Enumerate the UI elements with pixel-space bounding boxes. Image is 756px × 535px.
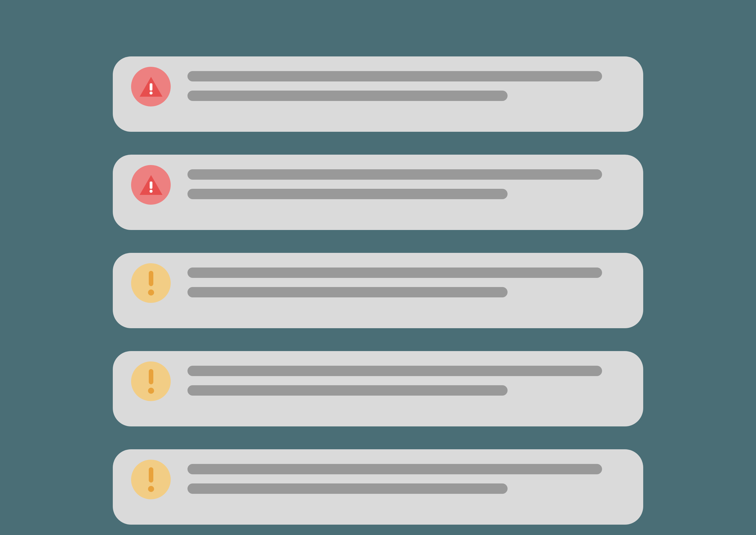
placeholder-line — [187, 268, 602, 278]
svg-rect-2 — [150, 182, 152, 189]
notification-item[interactable] — [113, 56, 643, 132]
notification-item[interactable] — [113, 449, 643, 525]
placeholder-line — [187, 91, 507, 101]
notification-content — [187, 460, 602, 494]
notification-item[interactable] — [113, 351, 643, 426]
svg-point-3 — [149, 190, 152, 193]
placeholder-line — [187, 385, 507, 396]
placeholder-line — [187, 484, 507, 494]
placeholder-line — [187, 71, 602, 81]
svg-rect-4 — [149, 271, 153, 286]
svg-rect-6 — [149, 369, 153, 384]
placeholder-line — [187, 287, 507, 297]
placeholder-line — [187, 464, 602, 474]
svg-point-9 — [148, 486, 154, 492]
notification-content — [187, 361, 602, 396]
exclamation-icon — [131, 361, 171, 401]
placeholder-line — [187, 366, 602, 376]
exclamation-icon — [131, 460, 171, 499]
placeholder-line — [187, 169, 602, 180]
notification-item[interactable] — [113, 155, 643, 230]
placeholder-line — [187, 189, 507, 199]
svg-point-7 — [148, 388, 154, 394]
svg-rect-0 — [150, 83, 152, 91]
notification-content — [187, 263, 602, 297]
exclamation-icon — [131, 263, 171, 303]
notification-item[interactable] — [113, 253, 643, 328]
svg-point-5 — [148, 290, 154, 296]
svg-rect-8 — [149, 467, 153, 483]
alert-triangle-icon — [131, 67, 171, 106]
alert-triangle-icon — [131, 165, 171, 205]
notification-content — [187, 165, 602, 199]
notification-content — [187, 67, 602, 101]
svg-point-1 — [149, 92, 152, 95]
